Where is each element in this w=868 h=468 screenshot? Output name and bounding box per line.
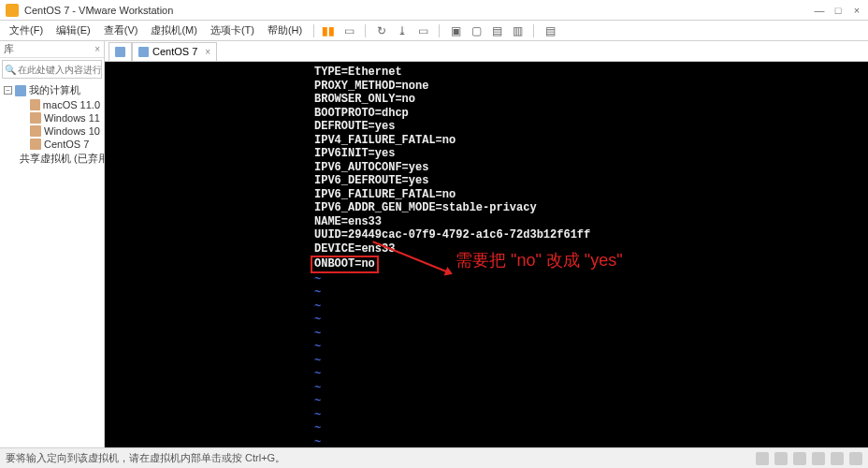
toolbar-btn-3[interactable]: ⤓ [394, 22, 411, 39]
tree-vm-win10[interactable]: Windows 10 [0, 124, 104, 138]
expand-icon[interactable]: − [4, 86, 12, 95]
menu-file[interactable]: 文件(F) [4, 22, 49, 39]
title-bar: CentOS 7 - VMware Workstation — □ × [0, 0, 868, 21]
menu-help[interactable]: 帮助(H) [262, 22, 308, 39]
vi-tilde: ~ [314, 286, 868, 300]
sidebar-search: 🔍 [2, 60, 102, 79]
status-icons [756, 452, 862, 465]
vi-tilde: ~ [314, 273, 868, 287]
onboot-highlight: ONBOOT=no [311, 256, 379, 273]
app-icon [6, 4, 19, 17]
vm-icon [30, 112, 41, 124]
toolbar-btn-9[interactable]: ▤ [542, 22, 558, 39]
vi-tilde: ~ [314, 395, 868, 409]
status-bar: 要将输入定向到该虚拟机，请在虚拟机内部单击或按 Ctrl+G。 [0, 447, 868, 468]
main-area: 库 × 🔍 − 我的计算机 macOS 11.0 Windows 11 [0, 41, 868, 447]
pause-button[interactable]: ▮▮ [320, 22, 337, 39]
close-button[interactable]: × [851, 5, 862, 16]
menu-vm[interactable]: 虚拟机(M) [145, 22, 203, 39]
vm-icon [30, 139, 41, 150]
toolbar-btn-2[interactable]: ↻ [373, 22, 390, 39]
maximize-button[interactable]: □ [832, 5, 844, 16]
config-line: IPV6_FAILURE_FATAL=no [314, 188, 868, 202]
status-icon[interactable] [756, 452, 769, 465]
vi-tilde: ~ [314, 436, 868, 448]
sidebar-title: 库 [4, 42, 14, 56]
vm-icon [138, 47, 149, 57]
status-icon[interactable] [774, 452, 788, 465]
config-line: IPV4_FAILURE_FATAL=no [314, 134, 868, 148]
separator [533, 24, 534, 37]
vi-tilde: ~ [314, 314, 868, 328]
config-line: TYPE=Ethernet [314, 66, 868, 80]
toolbar-btn-7[interactable]: ▤ [488, 22, 505, 39]
status-icon[interactable] [849, 452, 862, 465]
vm-tree: − 我的计算机 macOS 11.0 Windows 11 Windows 10… [0, 80, 104, 447]
vi-tilde: ~ [314, 422, 868, 436]
window-controls: — □ × [814, 5, 862, 16]
sidebar: 库 × 🔍 − 我的计算机 macOS 11.0 Windows 11 [0, 41, 105, 447]
menu-bar: 文件(F) 编辑(E) 查看(V) 虚拟机(M) 选项卡(T) 帮助(H) ▮▮… [0, 21, 868, 41]
status-text: 要将输入定向到该虚拟机，请在虚拟机内部单击或按 Ctrl+G。 [6, 451, 285, 465]
tab-centos7[interactable]: CentOS 7 × [132, 42, 217, 61]
config-line: DEFROUTE=yes [314, 120, 868, 134]
sidebar-close-icon[interactable]: × [94, 44, 100, 54]
tree-label: CentOS 7 [44, 139, 89, 150]
tree-label: 我的计算机 [29, 83, 80, 97]
config-line: BOOTPROTO=dhcp [314, 107, 868, 121]
vm-icon [30, 99, 40, 110]
tree-vm-win11[interactable]: Windows 11 [0, 111, 104, 124]
config-line: IPV6_ADDR_GEN_MODE=stable-privacy [314, 201, 868, 215]
status-icon[interactable] [812, 452, 825, 465]
tab-bar: CentOS 7 × [105, 41, 868, 62]
menu-view[interactable]: 查看(V) [98, 22, 144, 39]
config-line: IPV6_DEFROUTE=yes [314, 174, 868, 188]
separator [313, 24, 314, 37]
annotation-text: 需要把 "no" 改成 "yes" [456, 254, 623, 268]
tree-shared-vms[interactable]: 共享虚拟机 (已弃用) [0, 151, 104, 167]
menu-tabs[interactable]: 选项卡(T) [205, 22, 260, 39]
vi-tilde: ~ [314, 355, 868, 369]
config-line: BROWSER_ONLY=no [314, 93, 868, 107]
tree-label: Windows 11 [44, 112, 100, 124]
content-area: CentOS 7 × TYPE=Ethernet PROXY_METHOD=no… [105, 41, 868, 447]
tree-label: macOS 11.0 [43, 99, 100, 110]
toolbar-btn-1[interactable]: ▭ [340, 22, 357, 39]
separator [365, 24, 366, 37]
vi-tilde: ~ [314, 368, 868, 382]
home-icon [115, 47, 125, 57]
minimize-button[interactable]: — [814, 5, 825, 16]
tab-close-icon[interactable]: × [205, 47, 210, 57]
search-icon: 🔍 [3, 65, 18, 75]
window-title: CentOS 7 - VMware Workstation [24, 5, 814, 16]
tab-home[interactable] [108, 42, 132, 61]
tree-label: Windows 10 [44, 125, 100, 137]
config-line: UUID=29449cac-07f9-4792-a1c6-72d3b12f61f… [314, 228, 868, 242]
menu-edit[interactable]: 编辑(E) [51, 22, 96, 39]
separator [439, 24, 440, 37]
sidebar-header: 库 × [0, 41, 104, 58]
toolbar-btn-8[interactable]: ▥ [509, 22, 526, 39]
config-line: PROXY_METHOD=none [314, 80, 868, 94]
toolbar-btn-4[interactable]: ▭ [414, 22, 431, 39]
tree-vm-macos[interactable]: macOS 11.0 [0, 98, 104, 111]
tree-root-mycomputer[interactable]: − 我的计算机 [0, 82, 104, 98]
tab-label: CentOS 7 [152, 46, 197, 57]
tree-vm-centos7[interactable]: CentOS 7 [0, 138, 104, 151]
toolbar-btn-6[interactable]: ▢ [468, 22, 485, 39]
toolbar: ▮▮ ▭ ↻ ⤓ ▭ ▣ ▢ ▤ ▥ ▤ [320, 22, 558, 39]
search-input[interactable] [18, 65, 101, 75]
vm-console[interactable]: TYPE=Ethernet PROXY_METHOD=none BROWSER_… [105, 62, 868, 447]
config-line: NAME=ens33 [314, 215, 868, 229]
status-icon[interactable] [831, 452, 844, 465]
status-icon[interactable] [793, 452, 806, 465]
vi-tilde: ~ [314, 409, 868, 423]
vi-tilde: ~ [314, 341, 868, 355]
config-line: IPV6INIT=yes [314, 147, 868, 161]
vi-tilde-lines: ~~~~~~~~~~~~~~~~ [314, 273, 868, 448]
computer-icon [15, 85, 26, 96]
vm-icon [30, 125, 41, 137]
vi-tilde: ~ [314, 300, 868, 314]
vi-tilde: ~ [314, 382, 868, 396]
toolbar-btn-5[interactable]: ▣ [447, 22, 464, 39]
